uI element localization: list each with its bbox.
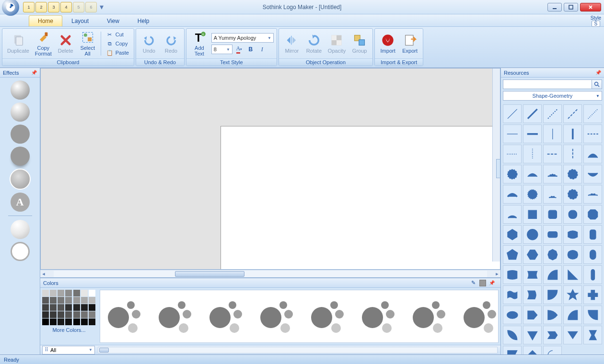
shape-item[interactable] <box>543 165 562 183</box>
color-swatch[interactable] <box>81 297 88 304</box>
shape-item[interactable] <box>503 165 522 183</box>
undo-button[interactable]: Undo <box>139 33 159 55</box>
color-swatch[interactable] <box>42 311 49 318</box>
color-swatch[interactable] <box>89 311 95 318</box>
style-switcher[interactable]: Style S <box>591 15 601 27</box>
shape-item[interactable] <box>523 285 542 304</box>
color-swatch[interactable] <box>65 318 72 325</box>
color-swatch[interactable] <box>42 318 49 325</box>
bold-button[interactable]: B <box>246 45 256 54</box>
app-menu-icon[interactable] <box>2 0 19 16</box>
add-text-button[interactable]: T+ Add Text <box>189 30 209 57</box>
color-swatch[interactable] <box>89 318 95 325</box>
qat-btn-1[interactable]: 1 <box>23 2 35 12</box>
effect-text-a[interactable]: A <box>11 193 30 212</box>
shape-item[interactable] <box>503 205 522 224</box>
color-preview-item[interactable] <box>105 298 141 335</box>
more-colors-link[interactable]: More Colors... <box>42 327 96 333</box>
pin-icon[interactable]: 📌 <box>489 280 495 285</box>
shape-item[interactable] <box>563 225 582 244</box>
color-swatch[interactable] <box>65 311 72 318</box>
effect-flat-1[interactable] <box>11 125 30 144</box>
shape-item[interactable] <box>503 145 522 163</box>
color-swatch[interactable] <box>81 290 88 296</box>
shape-item[interactable] <box>583 245 602 264</box>
shape-item[interactable] <box>543 185 562 204</box>
tab-help[interactable]: Help <box>128 15 159 26</box>
shape-item[interactable] <box>523 346 542 354</box>
group-button[interactable]: Group <box>349 33 370 55</box>
select-all-button[interactable]: Select All <box>78 30 98 57</box>
shape-item[interactable] <box>563 265 582 284</box>
duplicate-button[interactable]: Duplicate <box>5 33 31 55</box>
shape-item[interactable] <box>563 326 582 344</box>
color-swatch[interactable] <box>58 304 64 311</box>
collapse-handle[interactable] <box>496 159 500 178</box>
shape-item[interactable] <box>503 326 522 344</box>
shape-item[interactable] <box>523 165 542 183</box>
effect-glossy[interactable] <box>11 220 30 239</box>
tab-home[interactable]: Home <box>29 15 62 26</box>
color-swatch[interactable] <box>58 318 64 325</box>
shape-item[interactable] <box>583 185 602 204</box>
qat-btn-3[interactable]: 3 <box>48 2 59 12</box>
shape-item[interactable] <box>523 205 542 224</box>
color-swatch[interactable] <box>73 318 80 325</box>
shape-item[interactable] <box>583 165 602 183</box>
color-swatch[interactable] <box>65 290 72 296</box>
color-swatch[interactable] <box>50 318 57 325</box>
resources-search-input[interactable] <box>503 80 592 89</box>
shape-item[interactable] <box>503 346 522 354</box>
color-swatch[interactable] <box>81 318 88 325</box>
color-preview-item[interactable] <box>461 298 497 335</box>
shape-item[interactable] <box>503 185 522 204</box>
color-preview-strip[interactable] <box>100 290 499 343</box>
shape-item[interactable] <box>503 225 522 244</box>
shape-item[interactable] <box>583 145 602 163</box>
export-button[interactable]: Export <box>400 33 420 55</box>
pin-icon[interactable]: 📌 <box>595 70 601 75</box>
color-swatch[interactable] <box>89 297 95 304</box>
effect-sphere-1[interactable] <box>11 80 30 100</box>
delete-button[interactable]: Delete <box>56 33 76 55</box>
tab-layout[interactable]: Layout <box>62 15 98 26</box>
shape-item[interactable] <box>543 104 562 123</box>
font-family-combo[interactable]: A Yummy Apology▼ <box>211 33 274 43</box>
eyedropper-icon[interactable]: ✎ <box>470 280 476 286</box>
font-color-button[interactable]: A▾ <box>234 45 244 54</box>
opacity-button[interactable]: Opacity <box>326 33 348 55</box>
effect-bevel[interactable] <box>10 169 31 190</box>
shape-item[interactable] <box>503 125 522 143</box>
color-swatch[interactable] <box>65 304 72 311</box>
shape-item[interactable] <box>543 306 562 324</box>
color-swatch[interactable] <box>58 290 64 296</box>
horizontal-scrollbar[interactable]: ◄ ► <box>40 270 500 277</box>
color-swatch[interactable] <box>81 304 88 311</box>
maximize-button[interactable] <box>564 3 578 11</box>
shape-item[interactable] <box>523 145 542 163</box>
font-size-combo[interactable]: 8▼ <box>211 45 232 54</box>
shape-item[interactable] <box>583 104 602 123</box>
color-swatch[interactable] <box>73 297 80 304</box>
scroll-left-icon[interactable]: ◄ <box>40 271 47 277</box>
shape-item[interactable] <box>523 104 542 123</box>
color-preview-item[interactable] <box>156 298 192 335</box>
shape-item[interactable] <box>523 265 542 284</box>
effect-outline[interactable] <box>11 242 30 261</box>
color-swatch[interactable] <box>42 304 49 311</box>
effect-sphere-2[interactable] <box>11 102 30 122</box>
copy-format-button[interactable]: Copy Format <box>33 30 54 57</box>
shape-item[interactable] <box>563 104 582 123</box>
effect-shadow[interactable] <box>11 147 30 166</box>
mirror-button[interactable]: Mirror <box>282 33 302 55</box>
shape-item[interactable] <box>583 225 602 244</box>
shape-item[interactable] <box>583 265 602 284</box>
color-swatch[interactable] <box>73 311 80 318</box>
color-preview-item[interactable] <box>308 298 345 335</box>
qat-btn-5[interactable]: 5 <box>73 2 84 12</box>
color-swatch[interactable] <box>73 290 80 296</box>
shape-item[interactable] <box>543 265 562 284</box>
color-swatch[interactable] <box>42 297 49 304</box>
paste-button[interactable]: 📋Paste <box>104 48 131 57</box>
shape-item[interactable] <box>583 306 602 324</box>
